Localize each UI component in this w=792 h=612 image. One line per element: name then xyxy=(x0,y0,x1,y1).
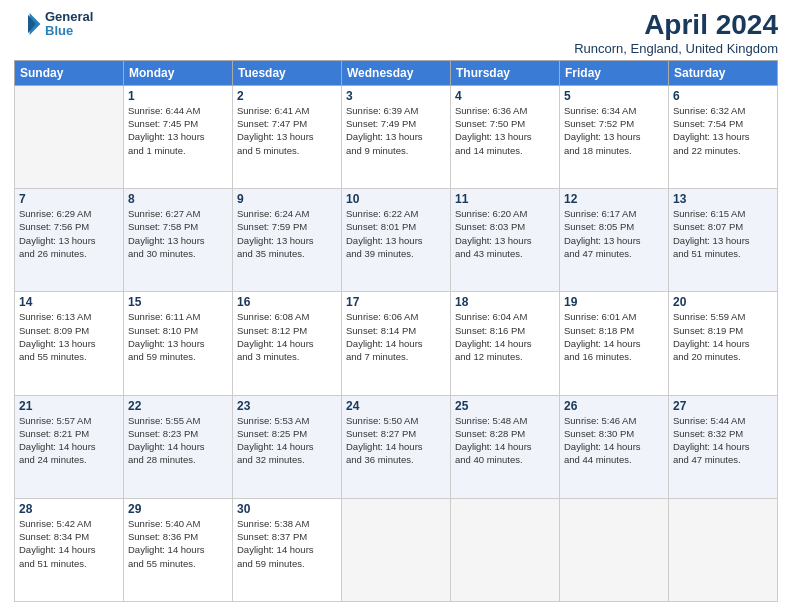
day-number: 29 xyxy=(128,502,228,516)
day-info: Sunrise: 5:53 AM Sunset: 8:25 PM Dayligh… xyxy=(237,414,337,467)
day-number: 1 xyxy=(128,89,228,103)
day-info: Sunrise: 6:08 AM Sunset: 8:12 PM Dayligh… xyxy=(237,310,337,363)
day-number: 11 xyxy=(455,192,555,206)
day-info: Sunrise: 6:36 AM Sunset: 7:50 PM Dayligh… xyxy=(455,104,555,157)
day-number: 4 xyxy=(455,89,555,103)
table-row: 6Sunrise: 6:32 AM Sunset: 7:54 PM Daylig… xyxy=(669,85,778,188)
day-info: Sunrise: 5:57 AM Sunset: 8:21 PM Dayligh… xyxy=(19,414,119,467)
day-info: Sunrise: 6:01 AM Sunset: 8:18 PM Dayligh… xyxy=(564,310,664,363)
table-row: 23Sunrise: 5:53 AM Sunset: 8:25 PM Dayli… xyxy=(233,395,342,498)
table-row: 4Sunrise: 6:36 AM Sunset: 7:50 PM Daylig… xyxy=(451,85,560,188)
day-info: Sunrise: 5:59 AM Sunset: 8:19 PM Dayligh… xyxy=(673,310,773,363)
calendar: Sunday Monday Tuesday Wednesday Thursday… xyxy=(14,60,778,602)
day-info: Sunrise: 6:20 AM Sunset: 8:03 PM Dayligh… xyxy=(455,207,555,260)
calendar-week-row: 1Sunrise: 6:44 AM Sunset: 7:45 PM Daylig… xyxy=(15,85,778,188)
day-number: 9 xyxy=(237,192,337,206)
calendar-week-row: 14Sunrise: 6:13 AM Sunset: 8:09 PM Dayli… xyxy=(15,292,778,395)
table-row: 22Sunrise: 5:55 AM Sunset: 8:23 PM Dayli… xyxy=(124,395,233,498)
table-row: 1Sunrise: 6:44 AM Sunset: 7:45 PM Daylig… xyxy=(124,85,233,188)
header: General Blue April 2024 Runcorn, England… xyxy=(14,10,778,56)
day-info: Sunrise: 6:22 AM Sunset: 8:01 PM Dayligh… xyxy=(346,207,446,260)
day-info: Sunrise: 6:11 AM Sunset: 8:10 PM Dayligh… xyxy=(128,310,228,363)
day-number: 18 xyxy=(455,295,555,309)
day-number: 25 xyxy=(455,399,555,413)
table-row: 14Sunrise: 6:13 AM Sunset: 8:09 PM Dayli… xyxy=(15,292,124,395)
day-number: 10 xyxy=(346,192,446,206)
day-number: 28 xyxy=(19,502,119,516)
table-row: 21Sunrise: 5:57 AM Sunset: 8:21 PM Dayli… xyxy=(15,395,124,498)
day-info: Sunrise: 6:44 AM Sunset: 7:45 PM Dayligh… xyxy=(128,104,228,157)
table-row: 19Sunrise: 6:01 AM Sunset: 8:18 PM Dayli… xyxy=(560,292,669,395)
day-number: 23 xyxy=(237,399,337,413)
day-number: 19 xyxy=(564,295,664,309)
table-row: 12Sunrise: 6:17 AM Sunset: 8:05 PM Dayli… xyxy=(560,189,669,292)
day-info: Sunrise: 6:13 AM Sunset: 8:09 PM Dayligh… xyxy=(19,310,119,363)
table-row xyxy=(451,498,560,601)
col-tuesday: Tuesday xyxy=(233,60,342,85)
table-row xyxy=(560,498,669,601)
day-number: 21 xyxy=(19,399,119,413)
table-row xyxy=(669,498,778,601)
table-row xyxy=(15,85,124,188)
table-row: 29Sunrise: 5:40 AM Sunset: 8:36 PM Dayli… xyxy=(124,498,233,601)
calendar-week-row: 28Sunrise: 5:42 AM Sunset: 8:34 PM Dayli… xyxy=(15,498,778,601)
day-number: 14 xyxy=(19,295,119,309)
day-number: 2 xyxy=(237,89,337,103)
day-info: Sunrise: 5:40 AM Sunset: 8:36 PM Dayligh… xyxy=(128,517,228,570)
table-row: 2Sunrise: 6:41 AM Sunset: 7:47 PM Daylig… xyxy=(233,85,342,188)
day-number: 12 xyxy=(564,192,664,206)
title-block: April 2024 Runcorn, England, United King… xyxy=(574,10,778,56)
table-row: 17Sunrise: 6:06 AM Sunset: 8:14 PM Dayli… xyxy=(342,292,451,395)
table-row: 9Sunrise: 6:24 AM Sunset: 7:59 PM Daylig… xyxy=(233,189,342,292)
table-row: 24Sunrise: 5:50 AM Sunset: 8:27 PM Dayli… xyxy=(342,395,451,498)
table-row: 16Sunrise: 6:08 AM Sunset: 8:12 PM Dayli… xyxy=(233,292,342,395)
table-row: 26Sunrise: 5:46 AM Sunset: 8:30 PM Dayli… xyxy=(560,395,669,498)
logo-general: General xyxy=(45,10,93,24)
day-number: 7 xyxy=(19,192,119,206)
day-number: 5 xyxy=(564,89,664,103)
day-number: 20 xyxy=(673,295,773,309)
day-number: 16 xyxy=(237,295,337,309)
calendar-week-row: 21Sunrise: 5:57 AM Sunset: 8:21 PM Dayli… xyxy=(15,395,778,498)
table-row: 13Sunrise: 6:15 AM Sunset: 8:07 PM Dayli… xyxy=(669,189,778,292)
table-row: 20Sunrise: 5:59 AM Sunset: 8:19 PM Dayli… xyxy=(669,292,778,395)
day-info: Sunrise: 6:27 AM Sunset: 7:58 PM Dayligh… xyxy=(128,207,228,260)
day-number: 13 xyxy=(673,192,773,206)
day-info: Sunrise: 6:06 AM Sunset: 8:14 PM Dayligh… xyxy=(346,310,446,363)
table-row: 11Sunrise: 6:20 AM Sunset: 8:03 PM Dayli… xyxy=(451,189,560,292)
day-info: Sunrise: 5:46 AM Sunset: 8:30 PM Dayligh… xyxy=(564,414,664,467)
table-row: 15Sunrise: 6:11 AM Sunset: 8:10 PM Dayli… xyxy=(124,292,233,395)
day-info: Sunrise: 6:39 AM Sunset: 7:49 PM Dayligh… xyxy=(346,104,446,157)
day-info: Sunrise: 5:50 AM Sunset: 8:27 PM Dayligh… xyxy=(346,414,446,467)
col-saturday: Saturday xyxy=(669,60,778,85)
day-number: 8 xyxy=(128,192,228,206)
day-info: Sunrise: 6:04 AM Sunset: 8:16 PM Dayligh… xyxy=(455,310,555,363)
table-row: 28Sunrise: 5:42 AM Sunset: 8:34 PM Dayli… xyxy=(15,498,124,601)
table-row: 25Sunrise: 5:48 AM Sunset: 8:28 PM Dayli… xyxy=(451,395,560,498)
table-row: 7Sunrise: 6:29 AM Sunset: 7:56 PM Daylig… xyxy=(15,189,124,292)
day-info: Sunrise: 5:38 AM Sunset: 8:37 PM Dayligh… xyxy=(237,517,337,570)
day-number: 15 xyxy=(128,295,228,309)
day-number: 24 xyxy=(346,399,446,413)
day-number: 6 xyxy=(673,89,773,103)
table-row: 3Sunrise: 6:39 AM Sunset: 7:49 PM Daylig… xyxy=(342,85,451,188)
day-info: Sunrise: 6:24 AM Sunset: 7:59 PM Dayligh… xyxy=(237,207,337,260)
day-info: Sunrise: 5:42 AM Sunset: 8:34 PM Dayligh… xyxy=(19,517,119,570)
day-info: Sunrise: 6:15 AM Sunset: 8:07 PM Dayligh… xyxy=(673,207,773,260)
calendar-header-row: Sunday Monday Tuesday Wednesday Thursday… xyxy=(15,60,778,85)
page: General Blue April 2024 Runcorn, England… xyxy=(0,0,792,612)
day-info: Sunrise: 5:48 AM Sunset: 8:28 PM Dayligh… xyxy=(455,414,555,467)
day-number: 3 xyxy=(346,89,446,103)
day-number: 27 xyxy=(673,399,773,413)
col-thursday: Thursday xyxy=(451,60,560,85)
col-wednesday: Wednesday xyxy=(342,60,451,85)
day-info: Sunrise: 6:32 AM Sunset: 7:54 PM Dayligh… xyxy=(673,104,773,157)
day-info: Sunrise: 5:55 AM Sunset: 8:23 PM Dayligh… xyxy=(128,414,228,467)
day-number: 17 xyxy=(346,295,446,309)
day-number: 26 xyxy=(564,399,664,413)
day-info: Sunrise: 5:44 AM Sunset: 8:32 PM Dayligh… xyxy=(673,414,773,467)
day-number: 30 xyxy=(237,502,337,516)
table-row xyxy=(342,498,451,601)
day-info: Sunrise: 6:29 AM Sunset: 7:56 PM Dayligh… xyxy=(19,207,119,260)
logo-blue: Blue xyxy=(45,24,93,38)
